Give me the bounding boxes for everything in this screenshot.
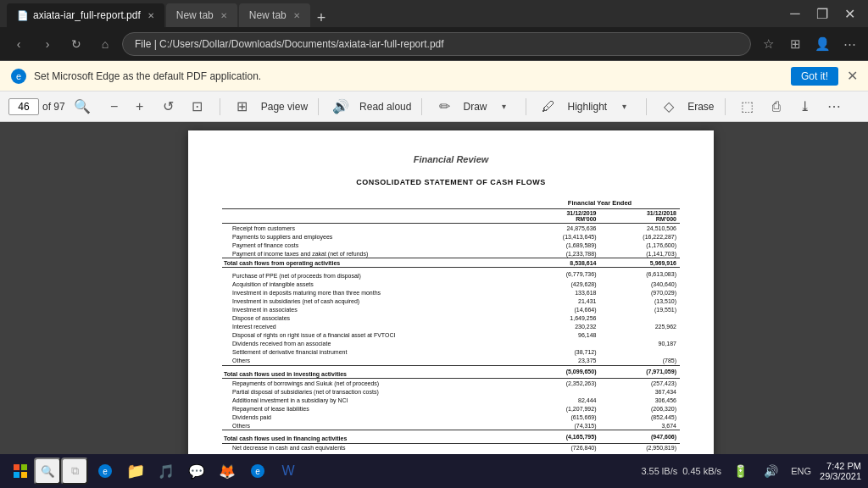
row-value-1: (14,664)	[520, 306, 600, 314]
table-row: Others(74,315)3,674	[222, 421, 680, 430]
table-row: Others23,375(785)	[222, 357, 680, 366]
search-pdf-button[interactable]: 🔍	[70, 95, 94, 119]
row-label: Repayments of borrowings and Sukuk (net …	[222, 379, 520, 388]
start-button[interactable]	[7, 458, 34, 485]
row-value-1: (4,165,795)	[520, 430, 600, 444]
row-value-2: (2,950,819)	[600, 443, 681, 452]
tab-pdf[interactable]: 📄 axiata-iar_full-report.pdf ✕	[7, 3, 164, 27]
settings-icon[interactable]: ⋯	[837, 32, 861, 56]
save-button[interactable]: ⤓	[793, 95, 817, 119]
row-value-2: (852,445)	[600, 413, 681, 421]
collections-icon[interactable]: ⊞	[783, 32, 807, 56]
taskbar-right: 3.55 lB/s 0.45 kB/s 🔋 🔊 ENG 7:42 PM 29/3…	[641, 459, 861, 483]
highlight-button[interactable]: 🖊	[537, 95, 560, 119]
table-row: Acquisition of intangible assets(429,628…	[222, 280, 680, 289]
row-label: Acquisition of intangible assets	[222, 280, 520, 289]
draw-chevron[interactable]: ▾	[492, 95, 515, 119]
fit-button[interactable]: ⊡	[186, 95, 209, 119]
address-bar: ‹ › ↻ ⌂ ☆ ⊞ 👤 ⋯	[0, 27, 868, 61]
tab-close-pdf[interactable]: ✕	[147, 11, 154, 20]
tab-newtab-2[interactable]: New tab ✕	[239, 3, 310, 27]
table-row: Repayments of borrowings and Sukuk (net …	[222, 379, 680, 388]
row-label: Net decrease in cash and cash equivalent…	[222, 443, 520, 452]
tab-newtab-2-label: New tab	[249, 9, 287, 21]
table-row: Partial disposal of subsidiaries (net of…	[222, 387, 680, 396]
taskbar-volume-icon[interactable]: 🔊	[759, 459, 782, 483]
browser-tabs: 📄 axiata-iar_full-report.pdf ✕ New tab ✕…	[7, 0, 783, 27]
row-value-1: (1,207,992)	[520, 404, 600, 413]
taskbar-language-icon[interactable]: ENG	[789, 459, 813, 483]
row-label: Dividends paid	[222, 413, 520, 421]
page-view-button[interactable]: ⊞	[231, 95, 254, 119]
svg-rect-3	[21, 464, 27, 470]
back-button[interactable]: ‹	[7, 32, 31, 56]
taskbar-word-icon[interactable]: W	[275, 458, 302, 485]
separator-4	[526, 98, 526, 115]
row-label: Others	[222, 357, 520, 366]
row-value-2: 90,187	[600, 340, 681, 348]
tab-close-2[interactable]: ✕	[293, 11, 300, 20]
table-row: Investment in deposits maturing more tha…	[222, 289, 680, 297]
col1-unit: RM'000	[523, 216, 597, 222]
zoom-in-button[interactable]: +	[128, 95, 152, 119]
row-label: Receipt from customers	[222, 224, 520, 233]
taskbar-explorer-icon[interactable]: 📁	[122, 458, 149, 485]
forward-button[interactable]: ›	[36, 32, 59, 56]
taskbar-edge-icon[interactable]: e	[92, 458, 119, 485]
address-input[interactable]	[122, 32, 751, 56]
got-it-button[interactable]: Got it!	[791, 67, 838, 86]
row-value-1: (2,352,263)	[520, 379, 600, 388]
home-button[interactable]: ⌂	[93, 32, 117, 56]
zoom-out-button[interactable]: −	[103, 95, 126, 119]
row-label: Total cash flows used in investing activ…	[222, 365, 520, 379]
pdf-toolbar: of 97 🔍 − + ↺ ⊡ ⊞ Page view 🔊 Read aloud…	[0, 92, 868, 122]
new-tab-button[interactable]: +	[312, 9, 331, 27]
tab-newtab-1-label: New tab	[176, 9, 214, 21]
print-button[interactable]: ⎙	[765, 95, 788, 119]
refresh-button[interactable]: ↻	[64, 32, 88, 56]
draw-button[interactable]: ✏	[432, 95, 456, 119]
erase-button[interactable]: ◇	[657, 95, 681, 119]
page-number-input[interactable]	[8, 98, 39, 115]
close-button[interactable]: ✕	[837, 2, 861, 25]
row-value-2	[600, 331, 681, 340]
row-label: Total cash flows from operating activiti…	[222, 258, 520, 268]
taskbar-battery-icon[interactable]: 🔋	[728, 459, 752, 483]
notification-close-button[interactable]: ✕	[847, 68, 858, 84]
svg-text:e: e	[103, 467, 108, 476]
profile-icon[interactable]: 👤	[810, 32, 834, 56]
row-value-1: (1,233,788)	[520, 249, 600, 258]
document-section-header: Financial Review	[222, 154, 680, 164]
read-aloud-button[interactable]: 🔊	[329, 95, 353, 119]
date-display: 29/3/2021	[820, 471, 861, 481]
tab-close-1[interactable]: ✕	[220, 11, 227, 20]
row-value-2: (1,176,600)	[600, 241, 681, 249]
task-view-button[interactable]: ⧉	[61, 458, 88, 485]
rotate-button[interactable]: ↺	[157, 95, 181, 119]
clock[interactable]: 7:42 PM 29/3/2021	[820, 461, 861, 481]
more-button[interactable]: ⋯	[822, 95, 846, 119]
taskbar-skype-icon[interactable]: 💬	[183, 458, 210, 485]
highlight-chevron[interactable]: ▾	[612, 95, 636, 119]
minimize-button[interactable]: ─	[783, 2, 807, 25]
row-value-2: (6,613,083)	[600, 268, 681, 280]
restore-button[interactable]: ❐	[810, 2, 834, 25]
table-row: Dividends paid(615,669)(852,445)	[222, 413, 680, 421]
table-row: Payments to suppliers and employees(13,4…	[222, 232, 680, 241]
row-value-2: (13,510)	[600, 297, 681, 306]
row-label: Investment in subsidiaries (net of cash …	[222, 297, 520, 306]
main-content: Financial Review CONSOLIDATED STATEMENT …	[0, 122, 868, 488]
taskbar-edge2-icon[interactable]: e	[244, 458, 271, 485]
row-value-1: (13,413,645)	[520, 232, 600, 241]
table-row: Repayment of lease liabilities(1,207,992…	[222, 404, 680, 413]
taskbar-music-icon[interactable]: 🎵	[153, 458, 180, 485]
table-row: Total cash flows used in financing activ…	[222, 430, 680, 444]
taskbar-firefox-icon[interactable]: 🦊	[214, 458, 241, 485]
search-taskbar-button[interactable]: 🔍	[34, 458, 61, 485]
row-value-1: (38,712)	[520, 348, 600, 357]
screenshot-button[interactable]: ⬚	[736, 95, 760, 119]
row-value-2: 367,434	[600, 387, 681, 396]
favorites-icon[interactable]: ☆	[756, 32, 780, 56]
tab-newtab-1[interactable]: New tab ✕	[166, 3, 237, 27]
row-label: Investment in deposits maturing more tha…	[222, 289, 520, 297]
